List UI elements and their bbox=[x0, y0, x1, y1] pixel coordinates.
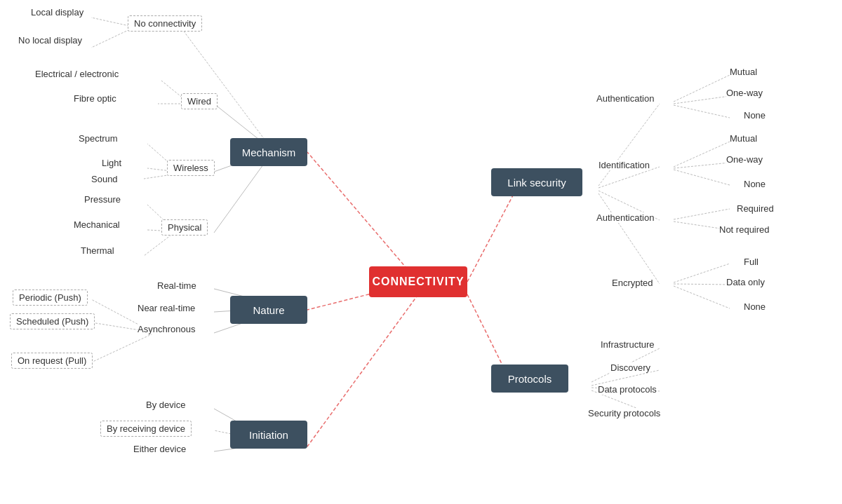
mechanical-label: Mechanical bbox=[74, 219, 120, 230]
svg-line-16 bbox=[144, 233, 174, 256]
none1-label: None bbox=[744, 110, 766, 121]
center-node: CONNECTIVITY bbox=[369, 266, 467, 297]
data-only-label: Data only bbox=[726, 277, 765, 287]
svg-line-41 bbox=[674, 284, 730, 285]
svg-line-2 bbox=[307, 294, 418, 447]
encrypted-label: Encrypted bbox=[612, 278, 653, 288]
protocols-label: Protocols bbox=[508, 373, 552, 385]
svg-line-42 bbox=[674, 286, 730, 308]
spectrum-label: Spectrum bbox=[79, 133, 118, 144]
identification-label: Identification bbox=[599, 160, 650, 170]
svg-line-8 bbox=[214, 157, 269, 233]
one-way2-label: One-way bbox=[726, 154, 763, 165]
link-security-node: Link security bbox=[491, 168, 582, 196]
thermal-label: Thermal bbox=[81, 245, 114, 256]
mechanism-label: Mechanism bbox=[242, 147, 296, 158]
svg-line-18 bbox=[91, 28, 133, 48]
by-device-label: By device bbox=[146, 400, 185, 410]
near-real-time-label: Near real-time bbox=[138, 303, 195, 313]
fibre-optic-label: Fibre optic bbox=[74, 93, 116, 104]
real-time-label: Real-time bbox=[157, 280, 196, 291]
pressure-label: Pressure bbox=[84, 194, 121, 205]
data-protocols-label: Data protocols bbox=[598, 384, 657, 395]
svg-line-32 bbox=[674, 75, 730, 102]
svg-line-5 bbox=[182, 29, 269, 145]
mechanism-node: Mechanism bbox=[230, 138, 307, 166]
svg-line-24 bbox=[91, 334, 153, 362]
mutual1-label: Mutual bbox=[730, 67, 757, 77]
either-device-label: Either device bbox=[133, 444, 186, 454]
one-way1-label: One-way bbox=[726, 88, 763, 98]
full-label: Full bbox=[744, 257, 759, 267]
sound-label: Sound bbox=[91, 174, 118, 184]
by-receiving-device-label: By receiving device bbox=[100, 421, 192, 437]
on-request-pull-label: On request (Pull) bbox=[11, 353, 93, 369]
mutual2-label: Mutual bbox=[730, 133, 757, 144]
nature-label: Nature bbox=[253, 304, 284, 316]
asynchronous-label: Asynchronous bbox=[138, 324, 195, 334]
svg-line-34 bbox=[674, 105, 730, 118]
center-label: CONNECTIVITY bbox=[372, 275, 464, 288]
authentication1-label: Authentication bbox=[596, 93, 654, 104]
svg-line-17 bbox=[91, 18, 133, 27]
local-display-label: Local display bbox=[31, 7, 83, 18]
no-local-display-label: No local display bbox=[18, 35, 82, 46]
initiation-node: Initiation bbox=[230, 421, 307, 449]
svg-line-33 bbox=[674, 96, 730, 104]
wireless-label: Wireless bbox=[167, 160, 215, 176]
svg-line-31 bbox=[599, 193, 660, 284]
svg-line-0 bbox=[307, 152, 418, 282]
svg-line-40 bbox=[674, 264, 730, 282]
wired-label: Wired bbox=[181, 93, 218, 109]
svg-line-3 bbox=[467, 193, 514, 282]
nature-node: Nature bbox=[230, 296, 307, 324]
infrastructure-label: Infrastructure bbox=[601, 339, 655, 350]
svg-line-37 bbox=[674, 170, 730, 185]
link-security-label: Link security bbox=[507, 177, 566, 189]
none3-label: None bbox=[744, 301, 766, 312]
svg-line-35 bbox=[674, 142, 730, 167]
discovery-label: Discovery bbox=[610, 362, 650, 373]
physical-label: Physical bbox=[161, 219, 208, 236]
required-label: Required bbox=[737, 203, 774, 214]
no-connectivity-label: No connectivity bbox=[128, 15, 202, 32]
periodic-push-label: Periodic (Push) bbox=[13, 290, 88, 306]
security-protocols-label: Security protocols bbox=[588, 408, 660, 418]
protocols-node: Protocols bbox=[491, 365, 568, 393]
light-label: Light bbox=[102, 158, 121, 168]
svg-line-28 bbox=[599, 104, 660, 186]
svg-line-36 bbox=[674, 163, 730, 168]
initiation-label: Initiation bbox=[249, 429, 288, 441]
not-required-label: Not required bbox=[719, 224, 770, 235]
svg-line-38 bbox=[674, 209, 730, 219]
none2-label: None bbox=[744, 179, 766, 189]
electrical-label: Electrical / electronic bbox=[35, 69, 119, 79]
scheduled-push-label: Scheduled (Push) bbox=[10, 313, 95, 329]
authentication2-label: Authentication bbox=[596, 212, 654, 223]
